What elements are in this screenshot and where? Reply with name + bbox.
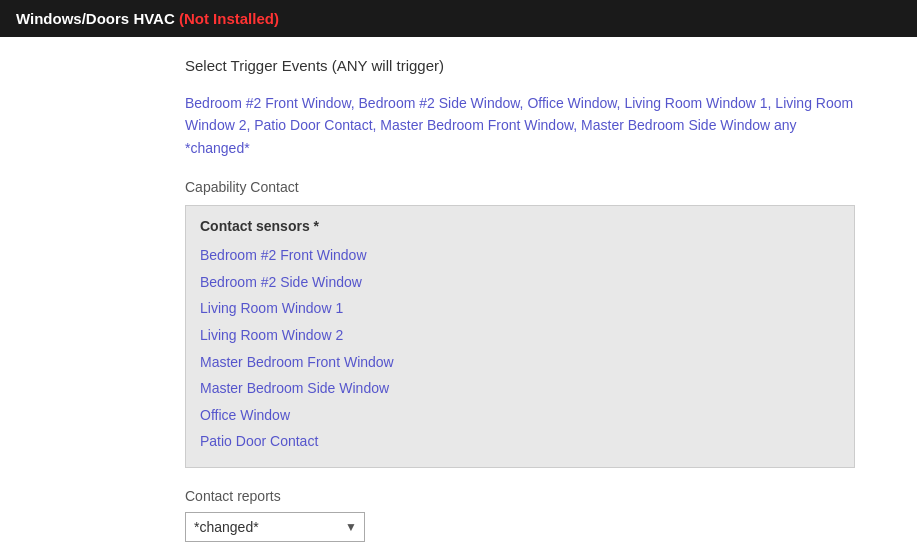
title-part1: Windows/Doors — [16, 10, 129, 27]
list-title: Contact sensors * — [200, 218, 840, 234]
section-title: Select Trigger Events (ANY will trigger) — [185, 57, 897, 74]
selected-summary: Bedroom #2 Front Window, Bedroom #2 Side… — [185, 92, 855, 159]
contact-reports-dropdown-wrapper[interactable]: *changed*openclosed ▼ — [185, 512, 365, 542]
sensor-list-box: Contact sensors * Bedroom #2 Front Windo… — [185, 205, 855, 468]
sensor-item[interactable]: Living Room Window 2 — [200, 322, 840, 349]
content-area: Select Trigger Events (ANY will trigger)… — [0, 37, 917, 551]
sensor-items-container: Bedroom #2 Front WindowBedroom #2 Side W… — [200, 242, 840, 455]
top-bar: Windows/Doors HVAC (Not Installed) — [0, 0, 917, 37]
capability-label: Capability Contact — [185, 179, 897, 195]
sensor-item[interactable]: Bedroom #2 Front Window — [200, 242, 840, 269]
sensor-item[interactable]: Master Bedroom Front Window — [200, 349, 840, 376]
sensor-item[interactable]: Patio Door Contact — [200, 428, 840, 455]
title-part2: HVAC — [133, 10, 174, 27]
status-badge: (Not Installed) — [179, 10, 279, 27]
sensor-item[interactable]: Bedroom #2 Side Window — [200, 269, 840, 296]
sensor-item[interactable]: Master Bedroom Side Window — [200, 375, 840, 402]
sensor-item[interactable]: Living Room Window 1 — [200, 295, 840, 322]
sensor-item[interactable]: Office Window — [200, 402, 840, 429]
contact-reports-label: Contact reports — [185, 488, 897, 504]
contact-reports-select[interactable]: *changed*openclosed — [185, 512, 365, 542]
